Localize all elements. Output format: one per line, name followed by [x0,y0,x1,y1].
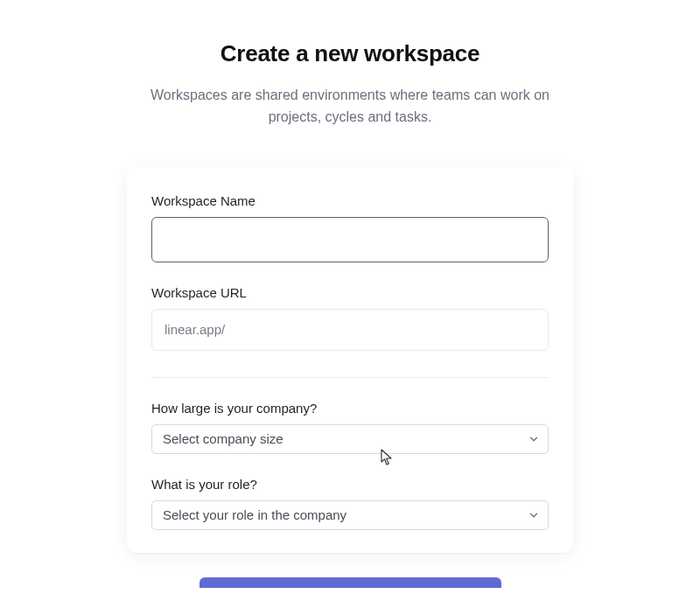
form-divider [151,377,549,378]
role-select-wrapper: Select your role in the company [151,500,549,530]
role-placeholder: Select your role in the company [163,507,346,522]
company-size-select-wrapper: Select company size [151,424,549,454]
workspace-url-field: Workspace URL linear.app/ [151,285,549,351]
workspace-name-input[interactable] [151,217,549,262]
page-subtitle: Workspaces are shared environments where… [144,85,556,129]
company-size-label: How large is your company? [151,401,549,416]
create-workspace-page: Create a new workspace Workspaces are sh… [0,0,700,588]
role-field: What is your role? Select your role in t… [151,477,549,530]
workspace-url-prefix: linear.app/ [164,322,225,337]
role-label: What is your role? [151,477,549,492]
company-size-select[interactable]: Select company size [151,424,549,454]
role-select[interactable]: Select your role in the company [151,500,549,530]
company-size-field: How large is your company? Select compan… [151,401,549,454]
company-size-placeholder: Select company size [163,431,284,446]
workspace-url-input[interactable]: linear.app/ [151,309,549,351]
workspace-url-label: Workspace URL [151,285,549,300]
page-title: Create a new workspace [220,40,480,67]
workspace-form-card: Workspace Name Workspace URL linear.app/… [127,167,573,553]
workspace-name-field: Workspace Name [151,193,549,262]
submit-button[interactable] [200,577,501,588]
workspace-name-label: Workspace Name [151,193,549,208]
